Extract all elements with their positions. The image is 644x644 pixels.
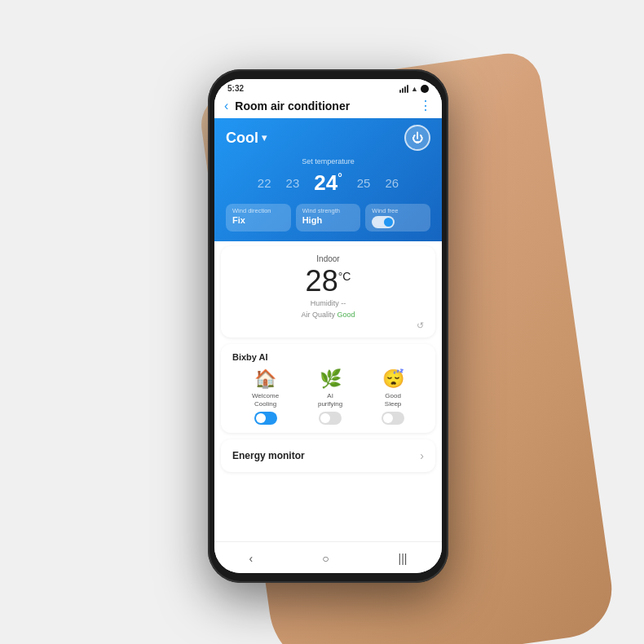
mode-selector[interactable]: Cool ▾ — [226, 130, 267, 147]
bixby-card: Bixby AI 🏠 WelcomeCooling 🌿 AIpurifying — [221, 344, 435, 433]
indoor-temp-value: 28 — [306, 264, 338, 298]
bixby-items: 🏠 WelcomeCooling 🌿 AIpurifying 😴 GoodSle… — [232, 368, 424, 425]
ac-header: Cool ▾ ⏻ Set temperature 22 23 24 25 26 — [214, 118, 442, 241]
bixby-item-ai[interactable]: 🌿 AIpurifying — [318, 368, 342, 425]
wind-controls: Wind direction Fix Wind strength High Wi… — [226, 204, 430, 232]
bixby-item-welcome[interactable]: 🏠 WelcomeCooling — [252, 368, 279, 425]
ai-purifying-toggle[interactable] — [319, 412, 342, 425]
indoor-temp-unit: °C — [338, 270, 351, 283]
wind-free-label: Wind free — [372, 207, 424, 214]
good-sleep-icon: 😴 — [382, 368, 404, 390]
ai-purifying-icon: 🌿 — [320, 368, 342, 390]
phone-frame: 5:32 ▲ ‹ Room air conditioner ⋮ — [208, 69, 448, 583]
temp-24-active[interactable]: 24 — [311, 169, 346, 197]
status-time: 5:32 — [227, 84, 244, 93]
wind-direction[interactable]: Wind direction Fix — [226, 204, 291, 232]
wifi-icon: ▲ — [411, 85, 418, 93]
status-bar: 5:32 ▲ — [214, 79, 442, 95]
welcome-cooling-icon: 🏠 — [254, 368, 276, 390]
temp-label: Set temperature — [226, 157, 430, 165]
wind-strength-value: High — [302, 215, 355, 225]
power-icon: ⏻ — [412, 131, 423, 144]
more-button[interactable]: ⋮ — [419, 98, 432, 113]
page-title: Room air conditioner — [235, 99, 419, 112]
power-button[interactable]: ⏻ — [404, 125, 430, 151]
refresh-button[interactable]: ↺ — [232, 320, 424, 331]
temperature-selector: 22 23 24 25 26 — [226, 169, 430, 197]
bixby-item-sleep[interactable]: 😴 GoodSleep — [382, 368, 404, 425]
screen-content: Indoor 28°C Humidity -- Air Quality Good… — [214, 241, 442, 541]
air-quality-value: Good — [337, 311, 355, 319]
bottom-nav: ‹ ○ ||| — [214, 541, 442, 573]
energy-arrow-icon: › — [420, 449, 424, 462]
top-nav: ‹ Room air conditioner ⋮ — [214, 95, 442, 118]
temp-22[interactable]: 22 — [254, 174, 275, 192]
indoor-humidity: Humidity -- — [232, 299, 424, 307]
wind-free[interactable]: Wind free — [365, 204, 430, 232]
wind-strength[interactable]: Wind strength High — [296, 204, 361, 232]
humidity-label: Humidity -- — [311, 299, 346, 307]
mode-dropdown-icon: ▾ — [262, 132, 267, 143]
wind-strength-label: Wind strength — [302, 207, 355, 214]
energy-monitor-label: Energy monitor — [232, 450, 305, 461]
camera — [421, 85, 429, 93]
ai-purifying-label: AIpurifying — [318, 392, 342, 408]
home-nav-button[interactable]: ○ — [315, 549, 335, 568]
indoor-title: Indoor — [232, 254, 424, 263]
welcome-cooling-toggle[interactable] — [254, 412, 277, 425]
wind-free-toggle[interactable] — [372, 216, 395, 228]
energy-monitor-card[interactable]: Energy monitor › — [221, 439, 435, 472]
bixby-title: Bixby AI — [232, 352, 424, 362]
phone-screen: 5:32 ▲ ‹ Room air conditioner ⋮ — [214, 79, 442, 573]
back-nav-button[interactable]: ‹ — [242, 549, 259, 568]
mode-label: Cool — [226, 130, 258, 147]
temp-23[interactable]: 23 — [283, 174, 303, 192]
indoor-air-quality: Air Quality Good — [232, 311, 424, 319]
good-sleep-toggle[interactable] — [382, 412, 404, 425]
temp-25[interactable]: 25 — [354, 174, 374, 192]
temp-26[interactable]: 26 — [382, 174, 402, 192]
good-sleep-label: GoodSleep — [385, 392, 401, 408]
indoor-card: Indoor 28°C Humidity -- Air Quality Good… — [221, 246, 435, 337]
recent-nav-button[interactable]: ||| — [392, 549, 414, 568]
back-button[interactable]: ‹ — [224, 99, 228, 113]
indoor-temperature: 28°C — [232, 267, 424, 296]
air-quality-prefix: Air Quality — [301, 311, 337, 319]
welcome-cooling-label: WelcomeCooling — [252, 392, 279, 408]
wind-direction-value: Fix — [232, 215, 285, 225]
wind-direction-label: Wind direction — [232, 207, 285, 214]
